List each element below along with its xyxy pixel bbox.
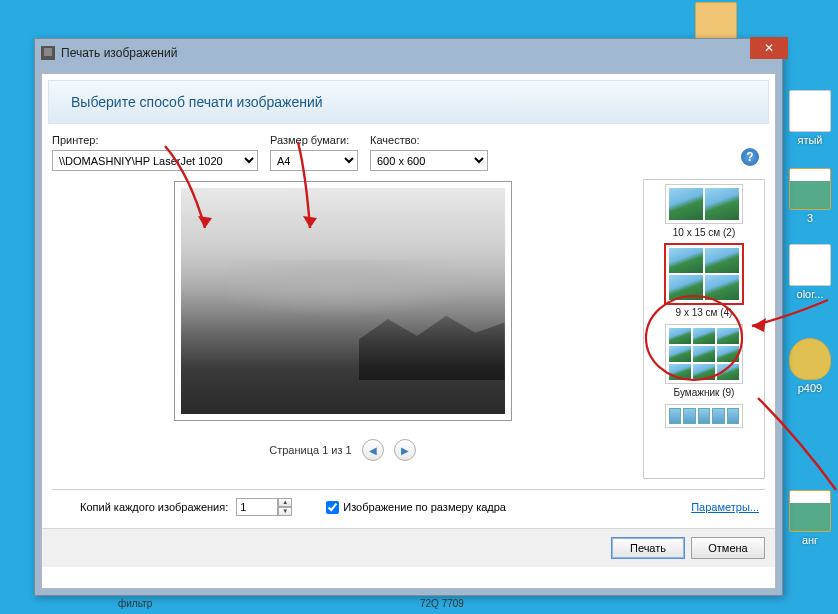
- print-preview: [174, 181, 512, 421]
- window-title: Печать изображений: [61, 46, 177, 60]
- layout-label: 9 x 13 см (4): [665, 307, 743, 318]
- page-indicator: Страница 1 из 1: [269, 444, 351, 456]
- copies-label: Копий каждого изображения:: [80, 501, 228, 513]
- desktop-icon-label: olor...: [797, 288, 824, 300]
- quality-select[interactable]: 600 x 600: [370, 150, 488, 171]
- layout-9x13[interactable]: 9 x 13 см (4): [665, 244, 743, 318]
- prev-page-button[interactable]: ◀: [362, 439, 384, 461]
- desktop-icon-label: 3: [807, 212, 813, 224]
- strip-right: 72Q 7709: [420, 598, 464, 609]
- layout-label: 10 x 15 см (2): [665, 227, 743, 238]
- fit-frame-checkbox[interactable]: [326, 501, 339, 514]
- layout-list[interactable]: 10 x 15 см (2) 9 x 13 см (4) Бумажник (9…: [643, 179, 765, 479]
- copies-up-button[interactable]: ▲: [278, 498, 292, 507]
- layout-wallet[interactable]: Бумажник (9): [665, 324, 743, 398]
- titlebar[interactable]: Печать изображений ✕: [35, 39, 782, 67]
- desktop-icon-label: ятый: [797, 134, 822, 146]
- copies-input[interactable]: [236, 498, 278, 516]
- next-page-button[interactable]: ▶: [394, 439, 416, 461]
- quality-label: Качество:: [370, 134, 488, 146]
- desktop-icon-label: p409: [798, 382, 822, 394]
- layout-label: Бумажник (9): [665, 387, 743, 398]
- print-pictures-dialog: Печать изображений ✕ Выберите способ печ…: [34, 38, 783, 596]
- print-button[interactable]: Печать: [611, 537, 685, 559]
- printer-label: Принтер:: [52, 134, 258, 146]
- dialog-body: Выберите способ печати изображений Принт…: [41, 73, 776, 589]
- preview-image: [181, 188, 505, 414]
- close-button[interactable]: ✕: [750, 37, 788, 59]
- options-link[interactable]: Параметры...: [691, 501, 759, 513]
- instruction-banner: Выберите способ печати изображений: [48, 80, 769, 124]
- layout-contact-sheet[interactable]: [665, 404, 743, 431]
- strip-left: фильтр: [118, 598, 152, 609]
- layout-10x15[interactable]: 10 x 15 см (2): [665, 184, 743, 238]
- help-icon[interactable]: ?: [741, 148, 759, 166]
- printer-select[interactable]: \\DOMASHNIY\HP LaserJet 1020: [52, 150, 258, 171]
- copies-down-button[interactable]: ▼: [278, 507, 292, 516]
- instruction-text: Выберите способ печати изображений: [71, 94, 323, 110]
- cancel-button[interactable]: Отмена: [691, 537, 765, 559]
- desktop-icon-label: анг: [802, 534, 818, 546]
- paper-size-select[interactable]: A4: [270, 150, 358, 171]
- fit-frame-label: Изображение по размеру кадра: [343, 501, 506, 513]
- paper-size-label: Размер бумаги:: [270, 134, 358, 146]
- printer-icon: [41, 46, 55, 60]
